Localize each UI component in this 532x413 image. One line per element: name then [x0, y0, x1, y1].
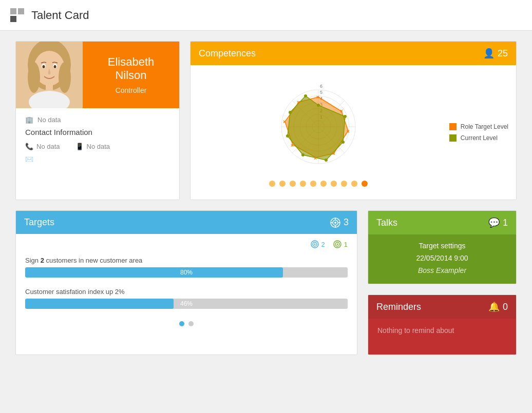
stat-in-progress: 2 [311, 240, 325, 248]
targets-count: 3 [344, 217, 349, 228]
dot-10[interactable] [362, 181, 368, 187]
profile-name: Elisabeth Nilson [108, 55, 155, 83]
dot-3[interactable] [290, 181, 296, 187]
talks-count: 1 [503, 218, 508, 228]
reminders-badge: 🔔 0 [488, 301, 508, 312]
dot-8[interactable] [341, 181, 347, 187]
reminders-body: Nothing to remind about [368, 319, 516, 355]
stat-completed: 1 [333, 240, 348, 248]
competences-pagination[interactable] [264, 175, 373, 192]
svg-point-3 [28, 62, 40, 93]
radar-chart-container: 6 5 4 3 2 1 × × [198, 73, 439, 192]
svg-point-58 [314, 244, 315, 245]
competences-badge: 👤 25 [483, 48, 508, 59]
profile-card: Elisabeth Nilson Controller 🏢 No data Co… [15, 41, 180, 200]
top-row: Elisabeth Nilson Controller 🏢 No data Co… [15, 41, 517, 200]
dot-6[interactable] [320, 181, 327, 187]
targets-pagination[interactable] [16, 314, 357, 333]
svg-point-7 [43, 65, 45, 68]
svg-point-4 [59, 62, 71, 93]
stat-target-icon [311, 240, 319, 248]
phone-item: 📞 No data [25, 143, 60, 150]
page-dot-2[interactable] [188, 321, 194, 326]
svg-point-47 [289, 111, 292, 114]
logo-sq1 [10, 8, 16, 14]
dot-2[interactable] [279, 181, 286, 187]
svg-text:5: 5 [320, 90, 322, 95]
phone-value: No data [36, 143, 60, 150]
target-badge-icon [330, 218, 340, 228]
talks-event: Target settings [419, 242, 465, 250]
svg-text:×: × [314, 155, 317, 161]
profile-body: 🏢 No data Contact Information 📞 No data … [16, 108, 179, 171]
competences-card: Competences 👤 25 [190, 41, 517, 200]
main-content: Elisabeth Nilson Controller 🏢 No data Co… [0, 31, 532, 365]
svg-text:×: × [347, 129, 350, 134]
dot-7[interactable] [331, 181, 337, 187]
reminders-title: Reminders [376, 302, 421, 312]
targets-title: Targets [24, 217, 54, 228]
mobile-value: No data [87, 143, 110, 150]
progress-bar-2: 46% [25, 299, 348, 309]
svg-text:×: × [291, 143, 294, 148]
svg-rect-10 [46, 83, 53, 91]
chart-legend: Role Target Level Current Level [449, 123, 508, 142]
company-value: No data [37, 116, 61, 124]
right-column: Talks 💬 1 Target settings 22/05/2014 9:0… [368, 210, 517, 355]
phone-icon: 📞 [25, 143, 33, 150]
dot-5[interactable] [310, 181, 316, 187]
legend-current: Current Level [449, 134, 508, 142]
stat-completed-value: 1 [344, 241, 348, 248]
svg-point-41 [317, 104, 320, 107]
talks-date: 22/05/2014 9:00 [416, 254, 468, 262]
svg-point-42 [344, 115, 347, 118]
talks-icon: 💬 [488, 217, 500, 228]
logo-sq2 [18, 8, 24, 14]
svg-point-46 [286, 134, 289, 137]
dot-1[interactable] [269, 181, 275, 187]
legend-role-target: Role Target Level [449, 123, 508, 130]
legend-label-current: Current Level [461, 134, 498, 142]
dot-9[interactable] [351, 181, 357, 187]
talks-card: Talks 💬 1 Target settings 22/05/2014 9:0… [368, 210, 517, 284]
profile-role: Controller [116, 86, 147, 94]
profile-header: Elisabeth Nilson Controller [16, 42, 179, 108]
talks-body: Target settings 22/05/2014 9:00 Boss Exa… [368, 234, 516, 284]
svg-text:×: × [316, 94, 319, 100]
competences-title: Competences [199, 48, 256, 59]
talks-badge: 💬 1 [488, 217, 508, 228]
dot-4[interactable] [300, 181, 306, 187]
building-icon: 🏢 [25, 116, 33, 124]
legend-color-role [449, 123, 457, 130]
stat-check-icon [333, 240, 341, 248]
target-item-1: Sign 2 customers in new customer area 80… [16, 251, 357, 283]
email-item: ✉️ [25, 155, 170, 163]
page-dot-1[interactable] [179, 321, 184, 326]
progress-label-2: 46% [25, 299, 348, 309]
target-label-2: Customer satisfation index up 2% [25, 288, 348, 296]
logo-sq3 [10, 16, 16, 22]
targets-stats: 2 1 [16, 234, 357, 251]
legend-color-current [449, 134, 457, 142]
svg-point-61 [336, 244, 338, 245]
legend-label-role: Role Target Level [461, 123, 508, 130]
mobile-icon: 📱 [75, 143, 84, 150]
competences-icon: 👤 [483, 48, 495, 59]
targets-badge: 3 [330, 217, 349, 228]
bottom-row: Targets 3 [15, 210, 517, 355]
talks-person: Boss Exampler [418, 266, 466, 274]
contact-section-title: Contact Information [25, 128, 170, 136]
targets-card: Targets 3 [15, 210, 357, 355]
company-row: 🏢 No data [25, 116, 170, 124]
svg-marker-32 [288, 96, 345, 160]
svg-point-43 [341, 141, 345, 144]
radar-chart: 6 5 4 3 2 1 × × [262, 73, 375, 175]
talks-header: Talks 💬 1 [368, 211, 516, 234]
svg-point-45 [301, 153, 305, 156]
talks-title: Talks [376, 218, 397, 228]
logo-sq4 [18, 16, 24, 22]
targets-header: Targets 3 [16, 211, 357, 234]
app-header: Talent Card [0, 0, 532, 31]
competences-body: 6 5 4 3 2 1 × × [191, 65, 516, 200]
reminders-empty-message: Nothing to remind about [377, 326, 454, 335]
